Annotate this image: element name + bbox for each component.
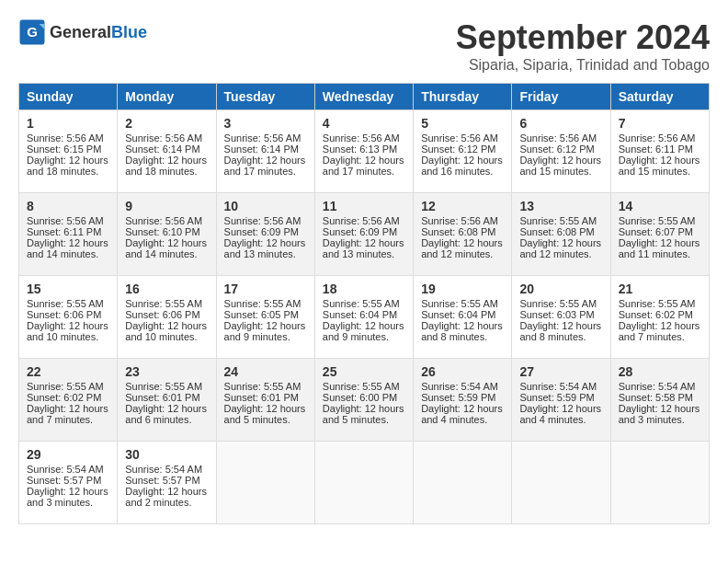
sunrise: Sunrise: 5:55 AM [619,215,696,226]
daylight-label: Daylight: 12 hours and 14 minutes. [125,237,207,259]
sunset: Sunset: 6:02 PM [619,309,693,320]
day-cell [414,442,512,524]
day-cell [314,442,413,524]
day-cell: 29Sunrise: 5:54 AMSunset: 5:57 PMDayligh… [19,442,118,524]
day-number: 25 [323,364,405,379]
day-number: 20 [519,282,602,296]
sunrise: Sunrise: 5:56 AM [421,132,498,144]
sunset: Sunset: 6:01 PM [125,392,199,403]
day-number: 23 [125,364,208,379]
day-number: 4 [323,116,405,131]
sunrise: Sunrise: 5:55 AM [323,298,400,309]
sunset: Sunset: 6:08 PM [519,226,594,237]
sunrise: Sunrise: 5:55 AM [323,381,400,392]
day-number: 2 [125,116,208,131]
day-number: 16 [125,282,208,296]
day-number: 28 [619,364,701,379]
day-number: 15 [27,282,109,296]
day-number: 18 [323,282,405,296]
day-number: 7 [619,116,701,131]
daylight-label: Daylight: 12 hours and 12 minutes. [519,237,601,259]
sunset: Sunset: 5:59 PM [519,392,594,403]
sunset: Sunset: 5:58 PM [619,392,693,403]
day-cell: 22Sunrise: 5:55 AMSunset: 6:02 PMDayligh… [19,359,118,442]
logo: G GeneralBlue [18,18,147,46]
sunset: Sunset: 6:02 PM [27,392,101,403]
week-row-3: 15Sunrise: 5:55 AMSunset: 6:06 PMDayligh… [19,276,710,359]
daylight-label: Daylight: 12 hours and 7 minutes. [619,320,700,342]
sunset: Sunset: 5:57 PM [125,475,199,486]
daylight-label: Daylight: 12 hours and 14 minutes. [27,237,108,259]
daylight-label: Daylight: 12 hours and 7 minutes. [27,403,108,425]
daylight-label: Daylight: 12 hours and 18 minutes. [125,155,207,177]
sunrise: Sunrise: 5:54 AM [125,464,202,475]
sunset: Sunset: 6:04 PM [421,309,495,320]
daylight-label: Daylight: 12 hours and 8 minutes. [519,320,601,342]
day-cell: 1Sunrise: 5:56 AMSunset: 6:15 PMDaylight… [19,110,118,193]
day-number: 14 [619,199,701,213]
day-cell: 30Sunrise: 5:54 AMSunset: 5:57 PMDayligh… [118,442,216,524]
sunset: Sunset: 6:11 PM [27,226,101,237]
day-number: 10 [224,199,307,213]
sunrise: Sunrise: 5:56 AM [125,215,202,226]
daylight-label: Daylight: 12 hours and 10 minutes. [125,320,207,342]
day-number: 26 [421,364,504,379]
day-cell: 8Sunrise: 5:56 AMSunset: 6:11 PMDaylight… [19,193,118,276]
logo-general: General [50,23,111,41]
day-cell: 28Sunrise: 5:54 AMSunset: 5:58 PMDayligh… [610,359,709,442]
daylight-label: Daylight: 12 hours and 15 minutes. [619,155,700,177]
sunset: Sunset: 6:08 PM [421,226,495,237]
day-number: 13 [519,199,602,213]
daylight-label: Daylight: 12 hours and 3 minutes. [619,403,700,425]
sunrise: Sunrise: 5:54 AM [519,381,597,392]
sunrise: Sunrise: 5:56 AM [125,132,202,144]
header-cell-friday: Friday [512,84,610,110]
day-number: 1 [27,116,109,131]
sunrise: Sunrise: 5:54 AM [619,381,696,392]
location-subtitle: Siparia, Siparia, Trinidad and Tobago [456,57,710,74]
day-number: 22 [27,364,109,379]
sunrise: Sunrise: 5:56 AM [619,132,696,144]
day-cell [216,442,314,524]
week-row-2: 8Sunrise: 5:56 AMSunset: 6:11 PMDaylight… [19,193,710,276]
day-number: 30 [125,447,208,462]
day-cell: 27Sunrise: 5:54 AMSunset: 5:59 PMDayligh… [512,359,610,442]
sunrise: Sunrise: 5:55 AM [619,298,696,309]
sunrise: Sunrise: 5:56 AM [27,215,104,226]
day-cell: 13Sunrise: 5:55 AMSunset: 6:08 PMDayligh… [512,193,610,276]
sunrise: Sunrise: 5:55 AM [224,298,301,309]
daylight-label: Daylight: 12 hours and 15 minutes. [519,155,601,177]
day-cell: 26Sunrise: 5:54 AMSunset: 5:59 PMDayligh… [414,359,512,442]
sunset: Sunset: 6:04 PM [323,309,397,320]
day-cell: 14Sunrise: 5:55 AMSunset: 6:07 PMDayligh… [610,193,709,276]
sunset: Sunset: 6:14 PM [125,144,199,155]
header-cell-tuesday: Tuesday [216,84,314,110]
sunrise: Sunrise: 5:55 AM [125,298,202,309]
day-number: 19 [421,282,504,296]
header-row: SundayMondayTuesdayWednesdayThursdayFrid… [19,84,710,110]
sunset: Sunset: 6:06 PM [27,309,101,320]
day-number: 5 [421,116,504,131]
sunset: Sunset: 5:59 PM [421,392,495,403]
day-cell: 25Sunrise: 5:55 AMSunset: 6:00 PMDayligh… [314,359,413,442]
sunset: Sunset: 6:01 PM [224,392,299,403]
day-cell: 24Sunrise: 5:55 AMSunset: 6:01 PMDayligh… [216,359,314,442]
sunset: Sunset: 6:09 PM [224,226,299,237]
day-cell: 6Sunrise: 5:56 AMSunset: 6:12 PMDaylight… [512,110,610,193]
daylight-label: Daylight: 12 hours and 3 minutes. [27,486,108,508]
day-number: 17 [224,282,307,296]
sunset: Sunset: 6:03 PM [519,309,594,320]
sunset: Sunset: 6:13 PM [323,144,397,155]
sunrise: Sunrise: 5:54 AM [421,381,498,392]
logo-blue: Blue [111,23,147,41]
daylight-label: Daylight: 12 hours and 8 minutes. [421,320,503,342]
day-cell: 18Sunrise: 5:55 AMSunset: 6:04 PMDayligh… [314,276,413,359]
calendar-table: SundayMondayTuesdayWednesdayThursdayFrid… [18,83,710,524]
day-cell: 21Sunrise: 5:55 AMSunset: 6:02 PMDayligh… [610,276,709,359]
sunrise: Sunrise: 5:55 AM [27,381,104,392]
day-cell: 16Sunrise: 5:55 AMSunset: 6:06 PMDayligh… [118,276,216,359]
day-number: 8 [27,199,109,213]
sunrise: Sunrise: 5:55 AM [519,215,597,226]
sunrise: Sunrise: 5:55 AM [519,298,597,309]
day-cell: 9Sunrise: 5:56 AMSunset: 6:10 PMDaylight… [118,193,216,276]
